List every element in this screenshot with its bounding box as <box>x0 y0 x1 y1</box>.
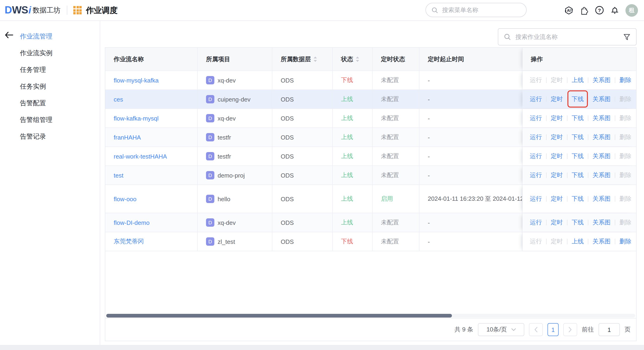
workflow-link[interactable]: flow-mysql-kafka <box>114 77 159 84</box>
goto-page-input[interactable] <box>598 323 620 336</box>
workflow-search-input[interactable] <box>514 33 623 41</box>
action-schedule[interactable]: 定时 <box>551 218 563 227</box>
cell-timer-range: - <box>420 213 522 232</box>
filter-funnel-icon[interactable] <box>623 33 630 40</box>
page-number-1[interactable]: 1 <box>548 323 559 336</box>
cell-actions: 运行定时下线关系图删除 <box>522 128 636 146</box>
action-offline[interactable]: 下线 <box>572 195 584 203</box>
user-avatar[interactable]: 租 <box>626 4 638 16</box>
action-schedule[interactable]: 定时 <box>551 114 563 122</box>
workflow-link[interactable]: flow-DI-demo <box>114 219 150 226</box>
workflow-link[interactable]: 东莞梵蒂冈 <box>114 237 144 246</box>
action-offline[interactable]: 下线 <box>572 171 584 179</box>
action-online[interactable]: 上线 <box>572 76 584 84</box>
sort-icons[interactable] <box>356 56 360 62</box>
notification-bell-icon[interactable] <box>610 5 620 15</box>
cell-status: 上线 <box>333 147 372 165</box>
cell-workflow-name: flow-mysql-kafka <box>105 71 198 89</box>
action-run[interactable]: 运行 <box>530 171 542 179</box>
action-schedule[interactable]: 定时 <box>551 171 563 179</box>
table-row: flow-kafka-mysqlDxq-devODS上线未配置-运行定时下线关系… <box>105 109 636 128</box>
column-header-2: 所属项目 <box>198 48 272 70</box>
sort-icons[interactable] <box>313 56 317 62</box>
action-offline[interactable]: 下线 <box>572 218 584 227</box>
action-divider <box>567 77 568 83</box>
sidebar-item[interactable]: 告警组管理 <box>0 111 100 128</box>
cell-data-layer: ODS <box>272 128 333 146</box>
workflow-link[interactable]: flow-kafka-mysql <box>114 115 159 122</box>
action-graph[interactable]: 关系图 <box>592 152 610 160</box>
timer-range-text: - <box>428 77 430 84</box>
sidebar-item[interactable]: 告警记录 <box>0 128 100 145</box>
action-schedule[interactable]: 定时 <box>551 133 563 141</box>
action-divider <box>567 220 568 225</box>
action-graph[interactable]: 关系图 <box>592 76 610 84</box>
total-count: 共 9 条 <box>454 326 473 334</box>
sidebar-item[interactable]: 告警配置 <box>0 95 100 111</box>
action-divider <box>615 220 615 225</box>
project-name: testfr <box>218 153 231 160</box>
action-offline[interactable]: 下线 <box>572 152 584 160</box>
cell-status: 下线 <box>333 71 372 89</box>
action-divider <box>588 239 588 244</box>
project-name: xq-dev <box>218 77 236 84</box>
action-divider <box>567 153 568 159</box>
action-run[interactable]: 运行 <box>530 195 542 203</box>
action-graph[interactable]: 关系图 <box>592 95 610 103</box>
action-offline[interactable]: 下线 <box>572 114 584 122</box>
timer-range-text: - <box>428 172 430 179</box>
action-delete[interactable]: 删除 <box>620 76 632 84</box>
action-run[interactable]: 运行 <box>530 152 542 160</box>
action-graph[interactable]: 关系图 <box>592 218 610 227</box>
project-badge-icon: D <box>206 114 214 122</box>
prev-page-button[interactable] <box>529 323 543 336</box>
workflow-link[interactable]: ces <box>114 96 123 103</box>
column-header-3[interactable]: 所属数据层 <box>272 48 333 70</box>
pagination-bar: 共 9 条 10条/页 1 前往 页 <box>105 318 636 341</box>
status-text: 下线 <box>341 76 353 84</box>
sidebar-item[interactable]: 作业流管理 <box>0 28 100 44</box>
action-schedule[interactable]: 定时 <box>551 152 563 160</box>
action-delete[interactable]: 删除 <box>620 237 632 246</box>
brand-logo[interactable]: DWSi 数据工坊 作业调度 <box>5 5 118 15</box>
project-badge-icon: D <box>206 152 214 160</box>
column-header-4[interactable]: 状态 <box>333 48 372 70</box>
action-run[interactable]: 运行 <box>530 95 542 103</box>
workflow-link[interactable]: test <box>114 172 124 179</box>
action-offline-annotated[interactable]: 下线 <box>572 95 584 103</box>
main-content: 作业流名称所属项目所属数据层状态定时状态定时起止时间操作 flow-mysql-… <box>100 20 644 350</box>
action-graph[interactable]: 关系图 <box>592 114 610 122</box>
cell-actions: 运行定时下线关系图删除 <box>522 213 636 232</box>
next-page-button[interactable] <box>563 323 577 336</box>
action-divider <box>615 77 615 83</box>
action-run: 运行 <box>530 237 542 246</box>
action-graph[interactable]: 关系图 <box>592 237 610 246</box>
action-schedule[interactable]: 定时 <box>551 195 563 203</box>
sidebar: 作业流管理作业流实例任务管理任务实例告警配置告警组管理告警记录 <box>0 20 100 345</box>
page-size-select[interactable]: 10条/页 <box>478 323 524 336</box>
menu-search-input[interactable] <box>441 6 520 14</box>
project-name: testfr <box>218 134 231 141</box>
sidebar-item[interactable]: 任务实例 <box>0 78 100 95</box>
workflow-link[interactable]: real-work-testHAHA <box>114 153 167 160</box>
action-run[interactable]: 运行 <box>530 114 542 122</box>
action-run[interactable]: 运行 <box>530 218 542 227</box>
workflow-link[interactable]: flow-ooo <box>114 195 136 202</box>
dws-logo: DWSi <box>5 5 31 15</box>
action-schedule[interactable]: 定时 <box>551 95 563 103</box>
sidebar-item[interactable]: 作业流实例 <box>0 44 100 61</box>
plugin-puzzle-icon[interactable] <box>580 5 589 15</box>
action-offline[interactable]: 下线 <box>572 133 584 141</box>
sidebar-item[interactable]: 任务管理 <box>0 61 100 78</box>
workflow-link[interactable]: franHAHA <box>114 134 141 141</box>
app: DWSi 数据工坊 作业调度 AI ? 租 <box>0 0 644 350</box>
ai-assistant-icon[interactable]: AI <box>564 5 574 15</box>
help-icon[interactable]: ? <box>595 5 604 15</box>
action-graph[interactable]: 关系图 <box>592 195 610 203</box>
action-online[interactable]: 上线 <box>572 237 584 246</box>
action-graph[interactable]: 关系图 <box>592 171 610 179</box>
column-header-7: 操作 <box>522 48 636 70</box>
action-run[interactable]: 运行 <box>530 133 542 141</box>
scrollbar-thumb[interactable] <box>106 314 452 318</box>
action-graph[interactable]: 关系图 <box>592 133 610 141</box>
